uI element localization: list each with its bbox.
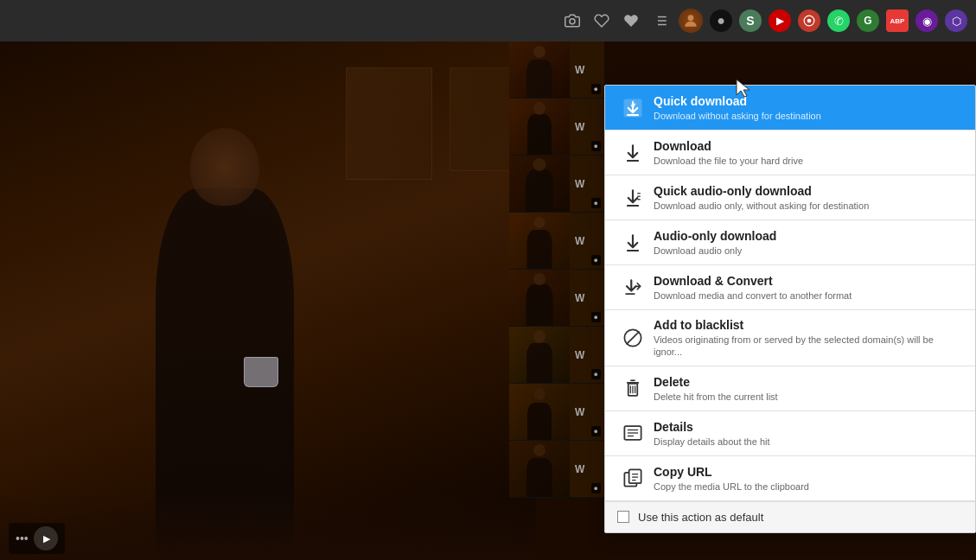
audio-only-menu-item[interactable]: Audio-only download Download audio only xyxy=(605,220,975,265)
quick-download-menu-item[interactable]: Quick download Download without asking f… xyxy=(605,86,975,130)
details-title: Details xyxy=(654,419,963,435)
more-options-button[interactable]: ••• ▶ xyxy=(9,523,65,554)
svg-point-9 xyxy=(807,19,812,23)
svg-point-7 xyxy=(688,15,694,21)
target-icon[interactable] xyxy=(798,10,820,32)
copy-url-title: Copy URL xyxy=(654,464,963,480)
audio-only-subtitle: Download audio only xyxy=(654,245,963,257)
default-action-label: Use this action as default xyxy=(638,511,763,524)
copy-url-icon xyxy=(617,466,648,490)
heart-outline-icon[interactable] xyxy=(590,10,613,32)
delete-menu-item[interactable]: Delete Delete hit from the current list xyxy=(605,366,975,411)
play-icon: ▶ xyxy=(43,533,50,544)
user-avatar-icon[interactable] xyxy=(679,9,703,33)
browser-icon-group: ● S ▶ ✆ G ABP ◉ ⬡ xyxy=(561,9,967,33)
list-item[interactable]: W ● xyxy=(509,327,604,384)
svg-rect-18 xyxy=(625,293,635,295)
default-action-checkbox[interactable] xyxy=(617,511,629,523)
copy-url-menu-item[interactable]: Copy URL Copy the media URL to the clipb… xyxy=(605,456,975,501)
black-circle-icon[interactable]: ● xyxy=(710,10,732,32)
list-item[interactable]: W ● xyxy=(509,156,604,213)
download-menu-item[interactable]: Download Download the file to your hard … xyxy=(605,130,975,175)
list-item[interactable]: W ● xyxy=(509,441,604,498)
bottom-controls: ••• ▶ xyxy=(0,517,622,560)
main-content: W ● W ● W ● xyxy=(0,41,976,560)
svg-rect-32 xyxy=(629,470,641,484)
blacklist-menu-item[interactable]: Add to blacklist Videos originating from… xyxy=(605,310,975,366)
list-item[interactable]: W ● xyxy=(509,213,604,270)
details-subtitle: Display details about the hit xyxy=(654,436,963,448)
list-item[interactable]: W ● xyxy=(509,384,604,441)
download-convert-menu-item[interactable]: Download & Convert Download media and co… xyxy=(605,265,975,310)
details-icon xyxy=(617,421,648,445)
quick-audio-menu-item[interactable]: Quick audio-only download Download audio… xyxy=(605,175,975,220)
download-title: Download xyxy=(654,138,963,154)
thumbnail-sidebar: W ● W ● W ● xyxy=(509,41,604,498)
delete-title: Delete xyxy=(654,374,963,390)
list-icon[interactable] xyxy=(649,10,672,32)
audio-only-icon xyxy=(617,231,648,255)
quick-audio-subtitle: Download audio only, without asking for … xyxy=(654,200,963,212)
s-extension-icon[interactable]: S xyxy=(739,10,762,32)
quick-audio-icon xyxy=(617,186,648,210)
list-item[interactable]: W ● xyxy=(509,270,604,327)
list-item[interactable]: W ● xyxy=(509,99,604,156)
quick-download-subtitle: Download without asking for destination xyxy=(654,110,963,122)
extensions-icon[interactable]: ⬡ xyxy=(945,10,967,32)
blacklist-subtitle: Videos originating from or served by the… xyxy=(654,334,963,359)
wall-frame-1 xyxy=(346,67,432,180)
delete-icon xyxy=(617,376,648,400)
svg-rect-17 xyxy=(627,249,639,251)
download-convert-title: Download & Convert xyxy=(654,273,963,289)
svg-rect-11 xyxy=(627,114,639,116)
whatsapp-icon[interactable]: ✆ xyxy=(827,10,850,32)
heart-fill-icon[interactable] xyxy=(620,10,642,32)
quick-download-icon xyxy=(617,96,648,120)
quick-download-title: Quick download xyxy=(654,93,963,109)
svg-point-0 xyxy=(570,19,575,24)
dots-label: ••• xyxy=(16,531,29,545)
list-item[interactable]: W ● xyxy=(509,41,604,99)
camera-icon[interactable] xyxy=(561,10,584,32)
svg-line-20 xyxy=(627,331,640,344)
details-menu-item[interactable]: Details Display details about the hit xyxy=(605,411,975,456)
video-scene xyxy=(0,41,536,560)
download-icon xyxy=(617,141,648,165)
g-icon[interactable]: G xyxy=(857,10,879,32)
svg-rect-12 xyxy=(627,159,639,161)
copy-url-subtitle: Copy the media URL to the clipboard xyxy=(654,480,963,493)
default-action-row: Use this action as default xyxy=(605,501,975,532)
youtube-icon[interactable]: ▶ xyxy=(769,10,791,32)
download-convert-subtitle: Download media and convert to another fo… xyxy=(654,290,963,302)
blacklist-title: Add to blacklist xyxy=(654,317,963,333)
context-menu: Quick download Download without asking f… xyxy=(604,85,976,533)
play-button[interactable]: ▶ xyxy=(34,526,58,550)
svg-rect-13 xyxy=(627,204,639,206)
audio-only-title: Audio-only download xyxy=(654,228,963,244)
browser-bar: ● S ▶ ✆ G ABP ◉ ⬡ xyxy=(0,0,976,41)
quick-audio-title: Quick audio-only download xyxy=(654,183,963,199)
orbit-icon[interactable]: ◉ xyxy=(915,10,938,32)
blacklist-icon xyxy=(617,326,648,350)
delete-subtitle: Delete hit from the current list xyxy=(654,391,963,403)
download-subtitle: Download the file to your hard drive xyxy=(654,155,963,167)
abp-icon[interactable]: ABP xyxy=(886,10,909,32)
download-convert-icon xyxy=(617,276,648,300)
